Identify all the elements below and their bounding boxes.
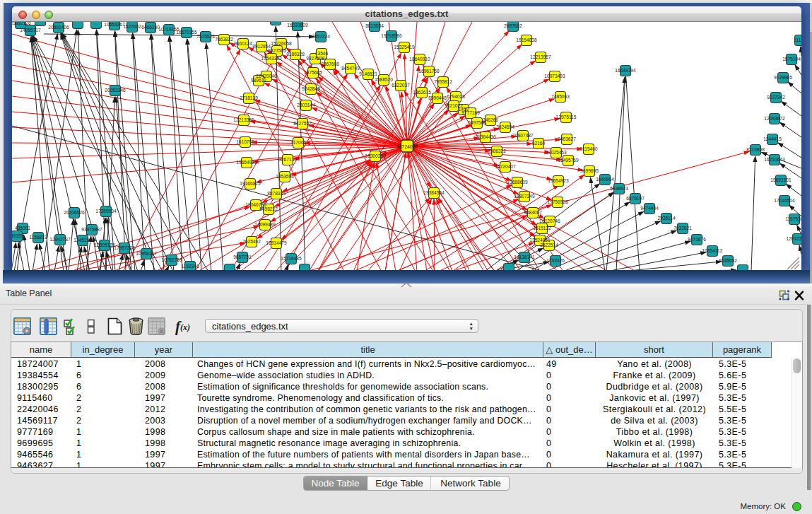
- svg-text:3624554: 3624554: [496, 124, 514, 129]
- svg-text:20053346: 20053346: [105, 88, 126, 93]
- svg-text:8186328: 8186328: [286, 52, 305, 57]
- svg-text:9242848: 9242848: [302, 86, 320, 91]
- svg-text:8813054: 8813054: [365, 23, 384, 28]
- svg-text:9129965: 9129965: [774, 75, 792, 80]
- svg-text:9660124: 9660124: [234, 41, 252, 46]
- svg-text:1244415: 1244415: [763, 136, 782, 141]
- svg-text:12213957: 12213957: [530, 54, 551, 59]
- svg-text:6322037: 6322037: [392, 83, 410, 88]
- svg-text:8454749: 8454749: [341, 66, 360, 71]
- svg-text:9327505: 9327505: [268, 48, 286, 53]
- svg-text:15720407: 15720407: [495, 164, 516, 169]
- svg-text:14055717: 14055717: [20, 28, 41, 33]
- svg-text:17957225: 17957225: [114, 245, 135, 250]
- svg-text:1192346: 1192346: [181, 264, 199, 269]
- svg-text:1610755: 1610755: [236, 139, 254, 144]
- svg-text:7955812: 7955812: [434, 79, 452, 84]
- svg-text:417006: 417006: [290, 140, 306, 145]
- svg-text:2935114: 2935114: [657, 216, 676, 221]
- svg-text:9245652: 9245652: [719, 258, 737, 263]
- svg-text:6879197: 6879197: [626, 196, 645, 201]
- svg-text:12942737: 12942737: [49, 237, 71, 242]
- svg-text:15716485: 15716485: [281, 256, 302, 261]
- svg-text:7632621: 7632621: [673, 226, 692, 230]
- svg-text:1167534: 1167534: [785, 216, 801, 221]
- svg-text:16648794: 16648794: [615, 68, 636, 73]
- svg-text:17359934: 17359934: [95, 209, 117, 214]
- svg-text:6794028: 6794028: [447, 94, 465, 99]
- svg-text:16154838: 16154838: [516, 37, 537, 42]
- svg-text:16961758: 16961758: [418, 69, 440, 74]
- svg-text:7485063: 7485063: [551, 94, 570, 99]
- svg-text:1640954: 1640954: [596, 177, 614, 182]
- svg-text:15692901: 15692901: [770, 177, 792, 182]
- svg-text:16033809: 16033809: [287, 23, 308, 28]
- svg-text:8215958: 8215958: [746, 147, 765, 152]
- svg-text:9657791: 9657791: [233, 255, 252, 259]
- svg-text:14099489: 14099489: [254, 222, 276, 227]
- svg-text:7857224: 7857224: [312, 34, 330, 39]
- svg-text:12975115: 12975115: [556, 115, 577, 119]
- svg-text:1733426: 1733426: [546, 258, 565, 263]
- svg-text:6497568: 6497568: [468, 120, 486, 125]
- svg-text:10653267: 10653267: [104, 22, 125, 27]
- svg-text:20206526: 20206526: [64, 210, 85, 215]
- svg-text:39159: 39159: [12, 233, 23, 238]
- svg-text:19654923: 19654923: [548, 178, 569, 183]
- svg-text:2367608: 2367608: [321, 62, 339, 66]
- svg-text:1575104: 1575104: [782, 57, 801, 62]
- svg-text:19654983: 19654983: [236, 160, 257, 165]
- svg-text:8427552: 8427552: [293, 121, 312, 126]
- svg-text:10958107: 10958107: [136, 251, 157, 256]
- svg-text:18300295: 18300295: [365, 153, 386, 158]
- svg-text:12505185: 12505185: [94, 243, 115, 247]
- svg-text:435001: 435001: [15, 226, 30, 230]
- svg-text:10654112: 10654112: [702, 248, 723, 253]
- svg-text:9699695: 9699695: [580, 168, 599, 173]
- svg-text:8990448: 8990448: [428, 95, 447, 100]
- svg-text:11123: 11123: [794, 37, 801, 42]
- svg-text:15495769: 15495769: [558, 158, 579, 163]
- svg-text:9227342: 9227342: [767, 95, 785, 100]
- svg-text:1345194: 1345194: [73, 238, 92, 243]
- svg-text:19166825: 19166825: [240, 181, 261, 186]
- svg-text:2803144: 2803144: [297, 103, 315, 107]
- svg-text:14136141: 14136141: [514, 255, 535, 259]
- svg-text:16671355: 16671355: [176, 30, 197, 35]
- svg-text:9777169: 9777169: [461, 110, 480, 115]
- svg-text:10807487: 10807487: [512, 133, 534, 138]
- svg-text:9463627: 9463627: [558, 136, 576, 141]
- svg-text:5938923: 5938923: [610, 186, 628, 191]
- svg-text:1527602: 1527602: [123, 24, 141, 29]
- svg-text:2522514: 2522514: [540, 243, 558, 247]
- svg-text:17016504: 17016504: [774, 198, 795, 203]
- svg-text:9146821: 9146821: [359, 71, 377, 76]
- svg-text:9084067: 9084067: [524, 210, 542, 215]
- svg-text:10688609: 10688609: [507, 180, 528, 185]
- svg-text:7663822: 7663822: [215, 37, 233, 42]
- svg-text:6466160: 6466160: [141, 25, 160, 30]
- svg-text:1353594: 1353594: [276, 174, 294, 179]
- svg-text:120103514: 120103514: [786, 236, 801, 241]
- svg-text:5875685: 5875685: [304, 70, 322, 75]
- svg-text:21364436: 21364436: [475, 134, 496, 139]
- svg-text:15325419: 15325419: [394, 45, 415, 49]
- svg-text:1615132: 1615132: [533, 226, 551, 230]
- svg-text:16782759: 16782759: [161, 257, 182, 262]
- svg-text:7625402: 7625402: [242, 239, 261, 244]
- svg-text:12213369: 12213369: [233, 117, 254, 122]
- svg-text:1156819: 1156819: [29, 235, 47, 240]
- svg-text:19384554: 19384554: [423, 190, 445, 195]
- svg-text:18807249: 18807249: [514, 194, 535, 199]
- svg-text:62160: 62160: [532, 141, 546, 146]
- svg-text:2687682: 2687682: [504, 23, 522, 28]
- svg-text:18640910: 18640910: [409, 57, 430, 62]
- svg-text:15226058: 15226058: [271, 41, 292, 46]
- svg-text:13524851: 13524851: [529, 238, 551, 243]
- svg-text:18724007: 18724007: [396, 144, 418, 149]
- svg-text:1588520: 1588520: [375, 77, 393, 82]
- svg-text:(x): (x): [180, 322, 190, 332]
- svg-text:9474444: 9474444: [640, 206, 659, 211]
- svg-text:16914479: 16914479: [266, 240, 287, 245]
- svg-text:19218586: 19218586: [381, 33, 402, 38]
